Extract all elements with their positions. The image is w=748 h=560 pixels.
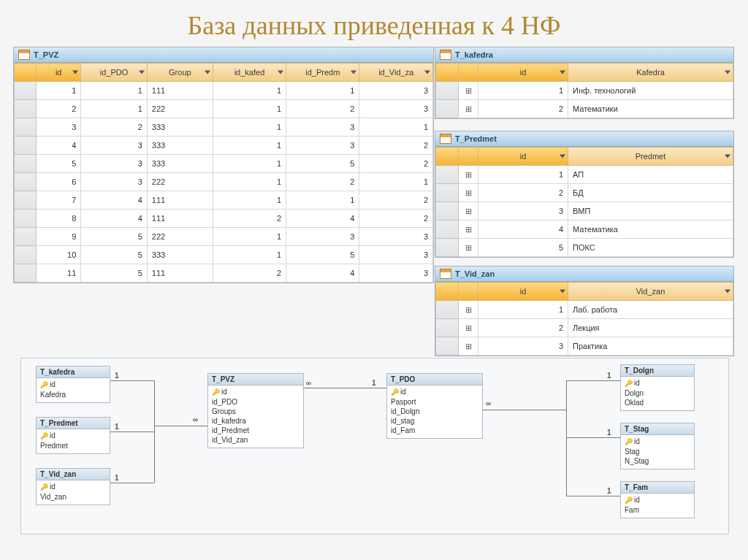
cell[interactable]: 222 xyxy=(147,173,213,191)
cell[interactable]: 111 xyxy=(147,191,213,210)
table-row[interactable]: 43333132 xyxy=(15,137,433,155)
cell[interactable]: БД xyxy=(568,184,733,202)
row-selector[interactable] xyxy=(15,155,37,173)
expand-icon[interactable]: ⊞ xyxy=(459,166,478,184)
cell[interactable]: ПОКС xyxy=(568,239,733,257)
expand-header[interactable] xyxy=(459,283,478,301)
cell[interactable]: 2 xyxy=(478,100,568,118)
table-row[interactable]: 74111112 xyxy=(15,191,433,210)
cell[interactable]: 5 xyxy=(81,264,148,283)
cell[interactable]: 2 xyxy=(359,210,433,228)
cell[interactable]: Практика xyxy=(568,337,733,356)
cell[interactable]: 4 xyxy=(37,137,81,155)
rowselector-header[interactable] xyxy=(436,64,459,82)
cell[interactable]: 3 xyxy=(286,228,359,246)
cell[interactable]: 5 xyxy=(286,246,359,264)
cell[interactable]: 4 xyxy=(286,210,359,228)
cell[interactable]: ВМП xyxy=(568,202,733,220)
row-selector[interactable] xyxy=(436,319,459,337)
cell[interactable]: 4 xyxy=(286,264,359,283)
tab-header-tvid[interactable]: T_Vid_zan xyxy=(435,266,733,282)
tab-header-tkaf[interactable]: T_kafedra xyxy=(435,47,733,63)
expand-icon[interactable]: ⊞ xyxy=(459,301,478,319)
col-predmet[interactable]: Predmet xyxy=(568,147,733,166)
row-selector[interactable] xyxy=(436,202,459,220)
relbox-tfam[interactable]: T_Fam🔑idFam xyxy=(620,481,695,518)
cell[interactable]: 7 xyxy=(37,191,81,210)
row-selector[interactable] xyxy=(15,100,37,118)
cell[interactable]: 5 xyxy=(81,228,148,246)
cell[interactable]: 333 xyxy=(147,118,213,137)
expand-icon[interactable]: ⊞ xyxy=(459,239,478,257)
cell[interactable]: 3 xyxy=(359,228,433,246)
expand-header[interactable] xyxy=(459,64,478,82)
cell[interactable]: 1 xyxy=(478,166,568,184)
col-id[interactable]: id xyxy=(478,147,568,166)
cell[interactable]: 1 xyxy=(478,301,568,319)
relbox-tpdo[interactable]: T_PDO🔑idPasportid_Dolgnid_stagid_Fam xyxy=(386,373,483,439)
cell[interactable]: 5 xyxy=(37,155,81,173)
cell[interactable]: 3 xyxy=(359,100,433,118)
cell[interactable]: 3 xyxy=(286,118,359,137)
cell[interactable]: 4 xyxy=(81,210,148,228)
row-selector[interactable] xyxy=(436,100,459,118)
cell[interactable]: 1 xyxy=(213,155,286,173)
cell[interactable]: 1 xyxy=(213,173,286,191)
table-row[interactable]: 63222121 xyxy=(15,173,433,191)
cell[interactable]: 2 xyxy=(359,191,433,210)
cell[interactable]: 6 xyxy=(37,173,81,191)
row-selector[interactable] xyxy=(15,82,37,100)
row-selector[interactable] xyxy=(15,137,37,155)
col-idvidza[interactable]: id_Vid_za xyxy=(359,64,433,82)
cell[interactable]: 4 xyxy=(81,191,148,210)
cell[interactable]: 2 xyxy=(286,173,359,191)
cell[interactable]: 111 xyxy=(147,264,213,283)
expand-icon[interactable]: ⊞ xyxy=(459,202,478,220)
cell[interactable]: 1 xyxy=(213,118,286,137)
relbox-tpvz[interactable]: T_PVZ🔑idid_PDOGroupsid_kafedraid_Predmet… xyxy=(207,373,304,448)
cell[interactable]: 111 xyxy=(147,210,213,228)
expand-icon[interactable]: ⊞ xyxy=(459,82,478,100)
table-row[interactable]: 11111113 xyxy=(15,82,433,100)
col-idkafed[interactable]: id_kafed xyxy=(213,64,286,82)
cell[interactable]: 1 xyxy=(213,191,286,210)
table-row[interactable]: ⊞3Практика xyxy=(436,337,733,356)
cell[interactable]: 3 xyxy=(286,137,359,155)
cell[interactable]: 1 xyxy=(81,82,148,100)
tab-header-tpvz[interactable]: T_PVZ xyxy=(14,47,433,63)
col-kafedra[interactable]: Kafedra xyxy=(568,64,733,82)
cell[interactable]: Лаб. работа xyxy=(568,301,733,319)
cell[interactable]: 1 xyxy=(359,173,433,191)
row-selector[interactable] xyxy=(15,191,37,210)
table-row[interactable]: ⊞1Инф. технологий xyxy=(436,82,733,100)
relbox-tstag[interactable]: T_Stag🔑idStagN_Stag xyxy=(620,423,695,469)
cell[interactable]: Математики xyxy=(568,100,733,118)
cell[interactable]: 2 xyxy=(478,184,568,202)
cell[interactable]: 222 xyxy=(147,228,213,246)
table-row[interactable]: ⊞3ВМП xyxy=(436,202,733,220)
cell[interactable]: 3 xyxy=(359,246,433,264)
table-row[interactable]: 84111242 xyxy=(15,210,433,228)
cell[interactable]: 1 xyxy=(286,82,359,100)
cell[interactable]: 3 xyxy=(478,337,568,356)
cell[interactable]: Инф. технологий xyxy=(568,82,733,100)
rowselector-header[interactable] xyxy=(15,64,37,82)
relbox-tpredmet[interactable]: T_Predmet🔑idPredmet xyxy=(36,417,110,454)
rowselector-header[interactable] xyxy=(436,147,459,166)
cell[interactable]: 333 xyxy=(147,246,213,264)
expand-icon[interactable]: ⊞ xyxy=(459,319,478,337)
table-row[interactable]: 53333152 xyxy=(15,155,433,173)
cell[interactable]: 4 xyxy=(478,220,568,239)
table-row[interactable]: 115111243 xyxy=(15,264,433,283)
row-selector[interactable] xyxy=(436,166,459,184)
rowselector-header[interactable] xyxy=(436,283,459,301)
table-row[interactable]: ⊞2Математики xyxy=(436,100,733,118)
cell[interactable]: 5 xyxy=(478,239,568,257)
cell[interactable]: 3 xyxy=(81,173,148,191)
row-selector[interactable] xyxy=(436,184,459,202)
row-selector[interactable] xyxy=(15,246,37,264)
cell[interactable]: 2 xyxy=(286,100,359,118)
col-group[interactable]: Group xyxy=(147,64,213,82)
cell[interactable]: 2 xyxy=(37,100,81,118)
col-idpredm[interactable]: id_Predm xyxy=(286,64,359,82)
